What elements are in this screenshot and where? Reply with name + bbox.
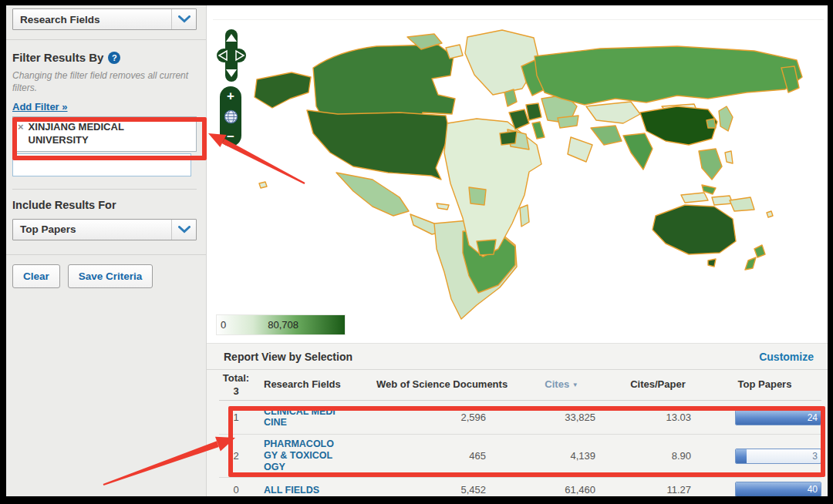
top-papers-bar: 24 [735, 410, 821, 425]
column-top-papers: Top Papers [708, 378, 821, 391]
research-fields-select[interactable]: Research Fields [12, 8, 197, 30]
legend-min-value: 0 [221, 319, 226, 331]
map-region-uk[interactable] [504, 89, 517, 106]
map-region-alaska[interactable] [255, 72, 311, 108]
top-papers-value: 3 [812, 451, 818, 462]
map-region-nigeria[interactable] [469, 187, 486, 205]
total-label: Total: [219, 372, 253, 385]
row-rank: 0 [219, 484, 253, 496]
map-region-south-africa[interactable] [477, 240, 496, 255]
report-table: Total: 3 Research Fields Web of Science … [207, 370, 828, 496]
row-cites-per-paper: 11.27 [608, 484, 708, 496]
map-region-philippines[interactable] [725, 151, 733, 163]
zoom-in-button[interactable]: + [227, 89, 234, 102]
map-region-indonesia[interactable] [681, 193, 708, 203]
world-map-svg [213, 20, 824, 322]
map-region-japan[interactable] [719, 106, 733, 131]
map-region-korea[interactable] [707, 119, 716, 128]
map-region-germany[interactable] [526, 103, 541, 120]
row-docs: 465 [369, 450, 515, 462]
field-link-all-fields[interactable]: ALL FIELDS [264, 485, 356, 496]
table-row: 1 CLINICAL MEDICINE 2,596 33,825 13.03 2… [219, 401, 821, 435]
map-region-tasmania[interactable] [708, 259, 716, 267]
research-fields-select-value: Research Fields [13, 14, 171, 25]
bar-fill [736, 449, 747, 463]
map-region-australia[interactable] [653, 205, 736, 254]
top-papers-select[interactable]: Top Papers [12, 219, 197, 240]
add-filter-link[interactable]: Add Filter » [12, 101, 68, 113]
table-header-row: Total: 3 Research Fields Web of Science … [219, 370, 821, 401]
column-research-fields: Research Fields [253, 378, 369, 391]
main-content: + − 0 80,708 Report View by Selection Cu… [207, 5, 828, 496]
filter-tag-box: × XINJIANG MEDICAL UNIVERSITY [12, 116, 197, 152]
sort-descending-icon: ▼ [572, 381, 578, 388]
row-cites: 61,460 [515, 484, 608, 496]
column-cites-label: Cites [545, 378, 569, 390]
column-wos-documents: Web of Science Documents [369, 378, 515, 391]
report-view-title: Report View by Selection [224, 351, 352, 363]
chevron-down-icon[interactable] [171, 220, 196, 240]
globe-icon[interactable] [224, 109, 238, 124]
field-link-clinical-medicine[interactable]: CLINICAL MEDICINE [264, 406, 338, 429]
sidebar-divider [6, 39, 206, 40]
top-papers-bar: 3 [735, 449, 821, 464]
map-region-italy[interactable] [532, 122, 545, 139]
map-region-mexico[interactable] [336, 173, 409, 216]
row-rank: 2 [219, 450, 253, 462]
filter-note: Changing the filter field removes all cu… [12, 69, 197, 94]
map-region-indochina[interactable] [699, 149, 722, 180]
total-value: 3 [219, 385, 253, 398]
map-region-new-zealand[interactable] [754, 245, 765, 257]
map-region-new-guinea[interactable] [730, 197, 754, 211]
remove-filter-icon[interactable]: × [18, 121, 24, 133]
map-region-saudi[interactable] [568, 137, 592, 162]
world-choropleth-map[interactable] [213, 19, 824, 321]
map-region-kazakhstan[interactable] [586, 102, 640, 123]
help-icon[interactable]: ? [108, 52, 120, 64]
row-docs: 2,596 [369, 412, 515, 423]
map-region-russia[interactable] [535, 46, 802, 105]
column-cites-per-paper: Cites/Paper [608, 378, 708, 391]
row-cites-per-paper: 13.03 [608, 412, 708, 423]
map-region-india[interactable] [623, 133, 653, 170]
row-rank: 1 [219, 412, 253, 423]
column-cites-sortable[interactable]: Cites ▼ [515, 378, 608, 391]
clear-button[interactable]: Clear [12, 264, 60, 288]
row-cites: 33,825 [515, 412, 608, 423]
report-view-panel: Report View by Selection Customize Total… [207, 343, 828, 496]
top-papers-bar: 40 [735, 482, 821, 496]
map-region-new-zealand[interactable] [745, 257, 756, 270]
top-papers-value: 24 [808, 412, 818, 423]
sidebar-divider [6, 254, 206, 255]
sidebar-divider [12, 189, 197, 190]
map-zoom-control: + − [220, 86, 241, 146]
row-cites: 4,139 [515, 450, 608, 462]
field-link-pharmacology-toxicology[interactable]: PHARMACOLOGY & TOXICOLOGY [264, 438, 338, 472]
filter-tag-label: XINJIANG MEDICAL UNIVERSITY [29, 121, 167, 146]
row-docs: 5,452 [369, 484, 515, 496]
map-pan-control[interactable] [216, 29, 247, 82]
include-results-for-title: Include Results For [12, 199, 197, 211]
row-cites-per-paper: 8.90 [608, 450, 708, 462]
customize-link[interactable]: Customize [759, 351, 814, 363]
filter-results-by-title: Filter Results By ? [12, 51, 197, 64]
total-header: Total: 3 [219, 372, 253, 398]
map-region-china[interactable] [640, 106, 717, 145]
filter-search-input[interactable] [12, 153, 191, 176]
filter-sidebar: Research Fields Filter Results By ? Chan… [6, 5, 207, 496]
map-region-arctic-islands[interactable] [446, 45, 463, 59]
save-criteria-button[interactable]: Save Criteria [68, 264, 153, 288]
map-region-madagascar[interactable] [520, 205, 529, 227]
table-row: 2 PHARMACOLOGY & TOXICOLOGY 465 4,139 8.… [219, 435, 821, 478]
map-region-spain[interactable] [500, 131, 517, 145]
chevron-down-icon[interactable] [171, 9, 196, 29]
map-region-usa[interactable] [307, 110, 450, 180]
table-row: 0 ALL FIELDS 5,452 61,460 11.27 40 [219, 478, 821, 496]
map-region-turkey[interactable] [558, 116, 578, 128]
app-window: Research Fields Filter Results By ? Chan… [6, 5, 828, 496]
map-region-iran[interactable] [591, 126, 622, 145]
screenshot-black-frame: Research Fields Filter Results By ? Chan… [0, 0, 833, 504]
zoom-out-button[interactable]: − [227, 130, 234, 143]
map-color-legend: 0 80,708 [216, 314, 346, 335]
legend-max-value: 80,708 [268, 319, 298, 331]
